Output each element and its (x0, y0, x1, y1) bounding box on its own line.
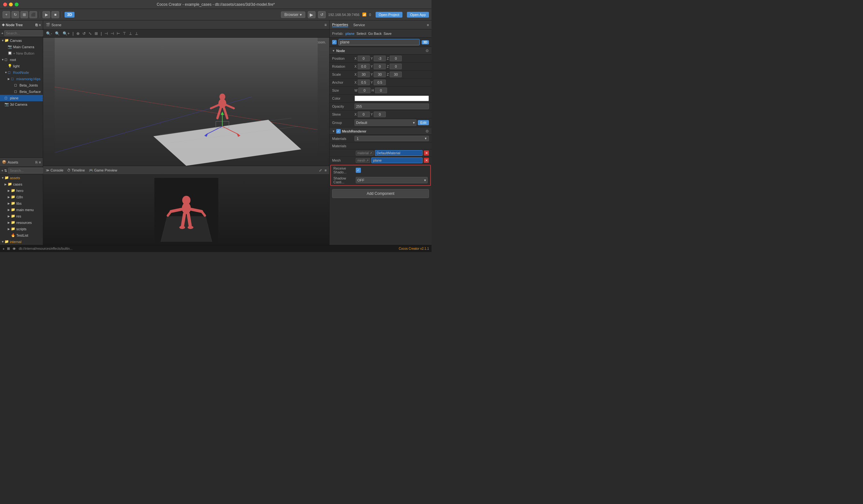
status-icon-1[interactable]: + (2, 247, 4, 251)
tree-item-light[interactable]: 💡 light (0, 63, 43, 69)
opacity-input[interactable] (354, 103, 429, 109)
node-section-header[interactable]: ▼ Node ⚙ (329, 47, 432, 55)
transform-tool[interactable]: ⊞ (93, 31, 99, 36)
add-tool-btn[interactable]: + (2, 11, 10, 18)
node-tree-copy-icon[interactable]: ⎘ (36, 23, 38, 27)
size-h[interactable] (375, 88, 387, 93)
expand-panel-icon[interactable]: ⤢ (319, 168, 322, 172)
tree-item-rootnode[interactable]: ▼ ◻ RootNode (0, 69, 43, 76)
tree-item-main-camera[interactable]: 📷 Main Camera (0, 44, 43, 50)
zoom-out-btn[interactable]: 🔍- (45, 31, 53, 36)
zoom-in-btn[interactable]: 🔍+ (62, 31, 71, 36)
rotation-y[interactable] (374, 64, 386, 69)
mode-3d-badge[interactable]: 3D (65, 12, 74, 17)
tab-properties[interactable]: Properties (332, 23, 348, 27)
panel-menu-icon[interactable]: ≡ (325, 168, 327, 172)
tree-item-beta-surface[interactable]: ◻ Beta_Surface (0, 89, 43, 95)
group-edit-button[interactable]: Edit (418, 120, 429, 125)
mesh-value[interactable]: plane (372, 157, 423, 163)
material-link[interactable]: material ↗ (356, 151, 374, 156)
asset-item-main-menu[interactable]: ▶ 📁 main menu (0, 207, 43, 213)
stop-tool[interactable]: ■ (51, 11, 59, 18)
asset-item-assets[interactable]: ▼ 📁 assets (0, 175, 43, 181)
gear-icon[interactable]: ⚙ (425, 49, 429, 53)
tree-item-3d-camera[interactable]: 📷 3d Camera (0, 101, 43, 108)
scene-viewport[interactable]: Drag with right mouse button to rotate c… (43, 38, 329, 166)
tab-game-preview[interactable]: 🎮 Game Preview (89, 168, 117, 172)
scene-tab[interactable]: 🎬 Scene (46, 23, 61, 27)
position-y[interactable] (374, 55, 386, 61)
open-project-button[interactable]: Open Project (376, 12, 402, 17)
tree-item-canvas[interactable]: ▼ 📁 Canvas (0, 37, 43, 44)
asset-item-resources[interactable]: ▶ 📁 resources (0, 219, 43, 226)
grid-btn[interactable]: ⊞ (21, 11, 28, 18)
tree-item-new-button[interactable]: 🔲 + New Button (0, 50, 43, 56)
tree-item-plane[interactable]: ◻ plane (0, 95, 43, 101)
asset-item-testlist[interactable]: 🔥 TestList (0, 232, 43, 238)
node-enabled-checkbox[interactable]: ✓ (332, 40, 337, 44)
node-tree-menu-icon[interactable]: ≡ (39, 23, 41, 27)
status-icon-3[interactable]: 👁 (12, 247, 16, 251)
rotate-tool[interactable]: ↺ (82, 31, 87, 36)
status-icon-2[interactable]: ⊞ (7, 247, 10, 251)
asset-item-hero[interactable]: ▶ 📁 hero (0, 188, 43, 194)
mesh-link[interactable]: mesh ↗ (356, 158, 370, 163)
open-app-button[interactable]: Open App (407, 12, 429, 17)
size-w[interactable] (358, 88, 371, 93)
position-x[interactable] (358, 55, 370, 61)
mesh-remove-btn[interactable]: ✕ (424, 158, 429, 163)
align-middle-btn[interactable]: ⊥ (128, 31, 133, 36)
play-tool[interactable]: ▶ (42, 11, 50, 18)
tree-item-root[interactable]: ▼ ◻ root (0, 56, 43, 63)
color-swatch[interactable] (354, 95, 429, 101)
scale-z[interactable] (390, 72, 402, 77)
tree-item-beta-joints[interactable]: ◻ Beta_Joints (0, 82, 43, 89)
select-btn[interactable]: Select (357, 31, 366, 36)
move-tool[interactable]: ⊕ (75, 31, 80, 36)
rotation-z[interactable] (390, 64, 402, 69)
asset-item-scripts[interactable]: ▶ 📁 scripts (0, 226, 43, 232)
tab-timeline[interactable]: ⏱ Timeline (67, 168, 85, 172)
minimize-button[interactable] (9, 2, 13, 7)
tab-console[interactable]: ≫ Console (46, 168, 63, 172)
receive-shadow-checkbox[interactable]: ✓ (356, 168, 361, 173)
asset-item-res[interactable]: ▶ 📁 res (0, 213, 43, 219)
align-top-btn[interactable]: ⊤ (122, 31, 127, 36)
align-center-btn[interactable]: ⊣ (110, 31, 115, 36)
shadow-casting-dropdown[interactable]: OFF ▾ (356, 177, 428, 183)
anchor-x[interactable] (358, 79, 370, 85)
assets-copy-icon[interactable]: ⎘ (36, 160, 38, 164)
align-right-btn[interactable]: ⊢ (116, 31, 121, 36)
sort-icon[interactable]: ⇅ (4, 169, 7, 173)
close-button[interactable] (3, 2, 7, 7)
scale-x[interactable] (358, 72, 370, 77)
position-z[interactable] (390, 55, 402, 61)
add-component-button[interactable]: Add Component (332, 189, 429, 198)
screen-btn[interactable]: ⬛ (29, 11, 37, 18)
group-dropdown[interactable]: Default ▾ (354, 119, 416, 126)
materials-count[interactable]: 1 ▾ (354, 136, 429, 141)
scale-tool[interactable]: ⤡ (88, 31, 93, 36)
maximize-button[interactable] (15, 2, 18, 7)
save-btn[interactable]: Save (384, 31, 391, 36)
tab-service[interactable]: Service (353, 23, 365, 27)
zoom-reset-btn[interactable]: 🔍 (54, 31, 61, 36)
play-btn[interactable]: ▶ (308, 11, 315, 18)
scale-y[interactable] (374, 72, 386, 77)
add-asset-icon[interactable]: + (1, 169, 3, 172)
asset-item-cases[interactable]: ▶ 📁 cases (0, 181, 43, 188)
asset-item-i18n[interactable]: ▶ 📁 i18n (0, 194, 43, 200)
mesh-renderer-checkbox[interactable]: ✓ (336, 129, 341, 133)
material-value[interactable]: DefaultMaterial (375, 150, 423, 156)
asset-item-internal[interactable]: ▼ 📁 internal (0, 238, 43, 245)
skew-x[interactable] (358, 112, 370, 117)
refresh-btn[interactable]: ↻ (12, 11, 19, 18)
tree-item-hips[interactable]: ▶ ◻ mixamorig:Hips (0, 76, 43, 82)
window-controls[interactable] (3, 2, 18, 7)
align-left-btn[interactable]: ⊣ (103, 31, 109, 36)
props-menu-icon[interactable]: ≡ (427, 23, 429, 27)
browser-dropdown[interactable]: Browser ▾ (281, 12, 305, 18)
assets-menu-icon[interactable]: ≡ (39, 160, 41, 164)
skew-y[interactable] (374, 112, 386, 117)
refresh-game-btn[interactable]: ↺ (318, 11, 326, 18)
